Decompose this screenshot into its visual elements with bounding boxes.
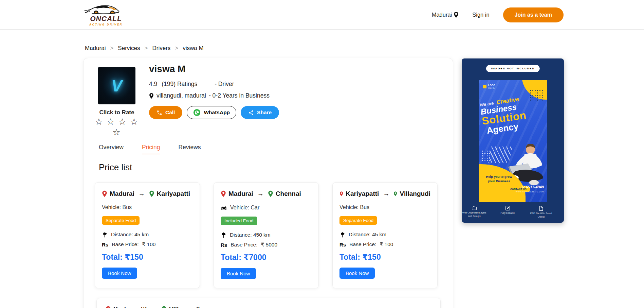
food-badge: Separate Food: [102, 216, 140, 225]
poster-headline: We are Creative Business Solution Agency: [479, 94, 538, 136]
whatsapp-icon: [193, 109, 201, 116]
rupee-icon: Rs: [339, 242, 346, 247]
route-arrow-icon: →: [139, 190, 145, 198]
breadcrumb-drivers[interactable]: Drivers: [152, 45, 170, 52]
origin-pin-icon: [106, 306, 111, 308]
help-line2: your Business: [483, 179, 515, 183]
tab-pricing[interactable]: Pricing: [142, 144, 160, 154]
rate-star-4[interactable]: ☆: [130, 117, 139, 127]
breadcrumb-current-page: viswa M: [183, 45, 203, 52]
whatsapp-button-label: WhatsApp: [204, 109, 230, 116]
breadcrumb-separator: >: [175, 45, 178, 52]
images-not-included-ribbon: IMAGES NOT INCLUDED: [486, 65, 539, 72]
poster-logo-line1: LOGO: [488, 84, 495, 87]
edit-icon: [505, 206, 510, 210]
route-arrow-icon: →: [383, 190, 389, 198]
route-from: Kariyapatti: [346, 190, 379, 198]
vehicle-line: Vehicle: Bus: [339, 204, 430, 210]
logo-tagline-text: ACTING DRIVER: [84, 23, 128, 26]
call-button[interactable]: Call: [149, 106, 182, 119]
driver-avatar: V: [98, 67, 135, 104]
driver-location-text: villangudi, madurai: [157, 92, 206, 99]
signpost-icon: [339, 232, 345, 238]
total-label: Total:: [339, 253, 360, 261]
base-price-line: Rs Base Price: ₹ 100: [339, 241, 430, 247]
vehicle-text: Vehicle: Car: [230, 205, 259, 211]
rupee-icon: Rs: [221, 242, 227, 248]
total-label: Total:: [102, 253, 123, 261]
logo-oncall[interactable]: ONCALL ACTING DRIVER: [84, 3, 128, 26]
feature-layers: Well Organized Layers and Groups: [462, 206, 487, 219]
poster-help-text: Help you to grow your Business: [483, 175, 515, 183]
click-to-rate-label[interactable]: Click to Rate: [90, 109, 144, 116]
food-badge: Separate Food: [339, 216, 377, 225]
location-pin-icon: [454, 12, 459, 18]
base-price-value: ₹ 100: [380, 241, 393, 247]
profile-actions: Call WhatsApp Share: [149, 106, 279, 119]
book-now-button[interactable]: Book Now: [221, 268, 256, 279]
tab-reviews[interactable]: Reviews: [178, 144, 201, 154]
rupee-icon: Rs: [102, 242, 108, 247]
route-from: Madurai: [228, 190, 253, 198]
total-label: Total:: [221, 253, 241, 262]
rating-stars: ☆ ☆ ☆ ☆ ☆: [90, 117, 144, 138]
base-price-value: ₹ 100: [142, 241, 155, 247]
driver-name: viswa M: [149, 64, 185, 74]
origin-pin-icon: [102, 190, 107, 197]
price-card: Madurai → Chennai Vehicle: Car Included …: [214, 182, 319, 288]
breadcrumb-services[interactable]: Services: [118, 45, 140, 52]
destination-pin-icon: [149, 190, 154, 197]
origin-pin-icon: [221, 190, 226, 197]
base-price-label: Base Price:: [231, 242, 257, 248]
header: ONCALL ACTING DRIVER Madurai Sign in Joi…: [0, 0, 644, 30]
rating-value: 4.9: [149, 81, 157, 87]
rate-star-5[interactable]: ☆: [112, 127, 121, 137]
location-pin-icon: [149, 93, 154, 99]
price-card: Kariyapatti → Villangudi Vehicle: Bus Se…: [332, 182, 438, 288]
base-price-value: ₹ 5000: [261, 242, 277, 248]
profile-tabs: Overview Pricing Reviews: [99, 144, 201, 154]
city-selector[interactable]: Madurai: [432, 12, 459, 18]
route-header: Madurai → Chennai: [221, 190, 312, 198]
route-to: Chennai: [276, 190, 301, 198]
rate-star-2[interactable]: ☆: [107, 117, 115, 127]
route-arrow-icon: →: [151, 306, 157, 308]
whatsapp-button[interactable]: WhatsApp: [187, 106, 236, 119]
total-value: ₹150: [125, 253, 143, 261]
tab-overview[interactable]: Overview: [99, 144, 124, 154]
route-from: Madurai: [110, 190, 134, 198]
total-value: ₹7000: [243, 253, 266, 262]
total-value: ₹150: [362, 253, 381, 261]
sign-in-link[interactable]: Sign in: [472, 12, 489, 18]
join-as-team-button[interactable]: Join as a team: [503, 7, 564, 22]
base-price-label: Base Price:: [349, 241, 376, 247]
logo-brand-text: ONCALL: [84, 15, 128, 23]
distance-line: Distance: 45 km: [339, 232, 430, 238]
vehicle-line: Vehicle: Bus: [102, 204, 193, 210]
vehicle-line: Vehicle: Car: [221, 204, 312, 211]
destination-pin-icon: [161, 306, 167, 308]
breadcrumb-madurai[interactable]: Madurai: [85, 45, 106, 52]
signpost-icon: [221, 232, 226, 238]
breadcrumb: Madurai > Services > Drivers > viswa M: [85, 45, 204, 52]
base-price-line: Rs Base Price: ₹ 100: [102, 241, 193, 247]
share-button[interactable]: Share: [241, 106, 279, 119]
distance-line: Distance: 45 km: [102, 232, 193, 238]
share-nodes-icon: [248, 110, 254, 116]
rate-star-1[interactable]: ☆: [95, 117, 104, 127]
car-icon: [221, 204, 227, 211]
driver-experience-text: - 0-2 Years in Business: [209, 92, 270, 99]
breadcrumb-separator: >: [145, 45, 148, 52]
book-now-button[interactable]: Book Now: [339, 268, 375, 279]
poster-logo-icon: [483, 85, 486, 88]
distance-text: Distance: 45 km: [111, 232, 149, 238]
file-icon: [539, 206, 543, 211]
driver-role: - Driver: [215, 81, 234, 87]
feature-label: Fully Editable: [495, 211, 520, 215]
rate-star-3[interactable]: ☆: [118, 117, 127, 127]
route-header: Madurai → Kariyapatti: [102, 190, 193, 198]
price-card: Madurai → Kariyapatti Vehicle: Bus Separ…: [95, 182, 200, 288]
poster-phone-number: 323-517-4948: [520, 185, 544, 189]
book-now-button[interactable]: Book Now: [102, 268, 137, 279]
header-right: Madurai Sign in Join as a team: [432, 0, 564, 30]
